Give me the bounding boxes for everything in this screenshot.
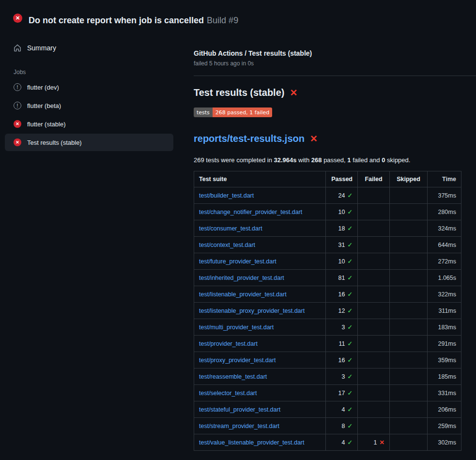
skipped-cell bbox=[390, 336, 428, 352]
test-suite-cell: test/future_provider_test.dart bbox=[194, 253, 326, 270]
sidebar-job-item[interactable]: ✕Test results (stable) bbox=[5, 134, 173, 151]
passed-count: 8 bbox=[342, 423, 345, 429]
test-suite-cell: test/listenable_proxy_provider_test.dart bbox=[194, 303, 326, 319]
test-suite-link[interactable]: test/reassemble_test.dart bbox=[199, 373, 267, 380]
test-suite-cell: test/context_test.dart bbox=[194, 237, 326, 253]
test-suite-cell: test/multi_provider_test.dart bbox=[194, 319, 326, 336]
jobs-section-label: Jobs bbox=[14, 69, 178, 76]
table-row: test/stream_provider_test.dart8✓259ms bbox=[194, 418, 461, 434]
passed-cell: 81✓ bbox=[326, 270, 358, 286]
check-icon: ✓ bbox=[348, 423, 353, 429]
test-suite-link[interactable]: test/listenable_proxy_provider_test.dart bbox=[199, 307, 305, 314]
time-cell: 644ms bbox=[428, 237, 461, 253]
build-number: Build #9 bbox=[207, 15, 238, 25]
test-suite-cell: test/builder_test.dart bbox=[194, 187, 326, 204]
x-icon: ✕ bbox=[380, 439, 384, 446]
time-cell: 272ms bbox=[428, 253, 461, 270]
sidebar-summary-label: Summary bbox=[27, 44, 56, 52]
check-icon: ✓ bbox=[348, 390, 353, 397]
passed-cell: 18✓ bbox=[326, 220, 358, 237]
passed-count: 10 bbox=[338, 258, 345, 265]
jobs-list: !flutter (dev)!flutter (beta)✕flutter (s… bbox=[0, 78, 178, 151]
failed-cell bbox=[358, 352, 390, 368]
check-icon: ✓ bbox=[348, 291, 353, 298]
test-suite-link[interactable]: test/listenable_provider_test.dart bbox=[199, 291, 287, 298]
test-suite-link[interactable]: test/change_notifier_provider_test.dart bbox=[199, 209, 302, 215]
test-suite-link[interactable]: test/value_listenable_provider_test.dart bbox=[199, 439, 305, 446]
passed-count: 10 bbox=[338, 209, 345, 215]
skipped-cell bbox=[390, 368, 428, 385]
sidebar-item-summary[interactable]: Summary bbox=[5, 40, 173, 56]
skipped-cell bbox=[390, 253, 428, 270]
test-suite-link[interactable]: test/stream_provider_test.dart bbox=[199, 423, 279, 429]
test-suite-link[interactable]: test/multi_provider_test.dart bbox=[199, 324, 274, 331]
test-suite-link[interactable]: test/stateful_provider_test.dart bbox=[199, 406, 280, 413]
test-suite-link[interactable]: test/provider_test.dart bbox=[199, 340, 258, 347]
run-title: Do not create report when job is cancell… bbox=[29, 15, 204, 25]
summary-duration: 32.964s bbox=[274, 156, 296, 164]
skipped-cell bbox=[390, 319, 428, 336]
sidebar-job-item[interactable]: !flutter (dev) bbox=[5, 78, 173, 96]
skipped-cell bbox=[390, 187, 428, 204]
failed-x-icon: ✕ bbox=[310, 133, 318, 144]
table-row: test/value_listenable_provider_test.dart… bbox=[194, 434, 461, 451]
test-suite-cell: test/listenable_provider_test.dart bbox=[194, 286, 326, 303]
table-row: test/context_test.dart31✓644ms bbox=[194, 237, 461, 253]
test-suite-cell: test/selector_test.dart bbox=[194, 385, 326, 401]
test-suite-link[interactable]: test/context_test.dart bbox=[199, 242, 255, 248]
breadcrumb: GitHub Actions / Test results (stable) bbox=[194, 49, 461, 57]
table-row: test/multi_provider_test.dart3✓183ms bbox=[194, 319, 461, 336]
job-label: flutter (stable) bbox=[27, 121, 65, 128]
skipped-cell bbox=[390, 434, 428, 451]
passed-cell: 31✓ bbox=[326, 237, 358, 253]
test-suite-link[interactable]: test/selector_test.dart bbox=[199, 390, 257, 397]
passed-cell: 16✓ bbox=[326, 286, 358, 303]
divider bbox=[194, 76, 476, 76]
time-cell: 324ms bbox=[428, 220, 461, 237]
results-table-body: test/builder_test.dart24✓375mstest/chang… bbox=[194, 187, 461, 451]
table-row: test/stateful_provider_test.dart4✓206ms bbox=[194, 401, 461, 418]
check-icon: ✓ bbox=[348, 373, 353, 380]
failed-cell bbox=[358, 187, 390, 204]
failed-cell bbox=[358, 368, 390, 385]
tests-badge: tests 268 passed, 1 failed bbox=[194, 107, 272, 117]
test-suite-cell: test/value_listenable_provider_test.dart bbox=[194, 434, 326, 451]
section-title: Test results (stable) ✕ bbox=[194, 87, 461, 98]
check-icon: ✓ bbox=[348, 307, 353, 314]
passed-cell: 3✓ bbox=[326, 319, 358, 336]
test-suite-cell: test/stateful_provider_test.dart bbox=[194, 401, 326, 418]
home-icon bbox=[14, 44, 21, 52]
test-suite-link[interactable]: test/inherited_provider_test.dart bbox=[199, 275, 284, 281]
check-icon: ✓ bbox=[348, 275, 353, 281]
failed-cell: 1✕ bbox=[358, 434, 390, 451]
sidebar-job-item[interactable]: ✕flutter (stable) bbox=[5, 115, 173, 133]
test-suite-link[interactable]: test/builder_test.dart bbox=[199, 192, 254, 199]
skipped-cell bbox=[390, 270, 428, 286]
time-cell: 206ms bbox=[428, 401, 461, 418]
column-header-test-suite: Test suite bbox=[194, 171, 326, 187]
failed-count: 1 bbox=[374, 439, 377, 446]
passed-count: 11 bbox=[339, 340, 345, 347]
passed-cell: 4✓ bbox=[326, 434, 358, 451]
failed-cell bbox=[358, 385, 390, 401]
failed-cell bbox=[358, 204, 390, 220]
table-header-row: Test suite Passed Failed Skipped Time bbox=[194, 171, 461, 187]
skipped-cell bbox=[390, 220, 428, 237]
table-row: test/selector_test.dart17✓331ms bbox=[194, 385, 461, 401]
passed-count: 16 bbox=[338, 291, 345, 298]
table-row: test/provider_test.dart11✓291ms bbox=[194, 336, 461, 352]
job-label: flutter (beta) bbox=[27, 102, 61, 109]
failed-cell bbox=[358, 401, 390, 418]
check-icon: ✓ bbox=[348, 406, 353, 413]
report-link[interactable]: reports/test-results.json bbox=[194, 133, 305, 144]
test-suite-link[interactable]: test/future_provider_test.dart bbox=[199, 258, 276, 265]
skipped-cell bbox=[390, 286, 428, 303]
test-suite-link[interactable]: test/proxy_provider_test.dart bbox=[199, 357, 276, 364]
passed-cell: 17✓ bbox=[326, 385, 358, 401]
column-header-time: Time bbox=[428, 171, 461, 187]
badge-value: 268 passed, 1 failed bbox=[213, 107, 272, 117]
table-row: test/listenable_proxy_provider_test.dart… bbox=[194, 303, 461, 319]
sidebar-job-item[interactable]: !flutter (beta) bbox=[5, 97, 173, 114]
check-icon: ✓ bbox=[348, 242, 353, 248]
test-suite-link[interactable]: test/consumer_test.dart bbox=[199, 225, 262, 232]
